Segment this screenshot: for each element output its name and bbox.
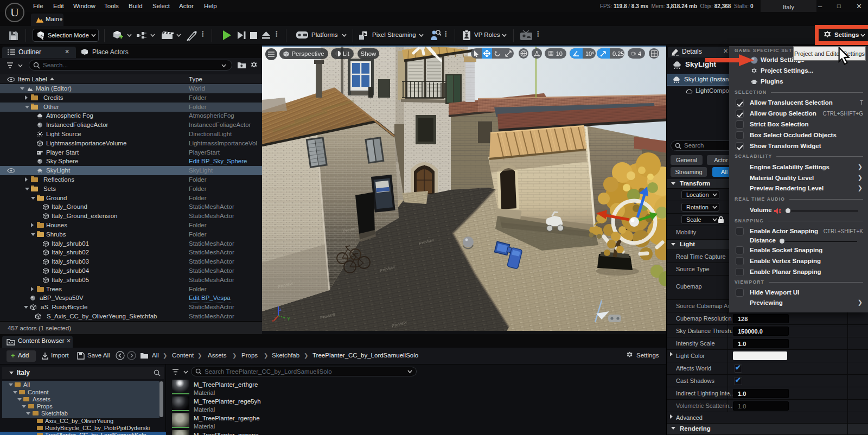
svg-text:z: z [279, 307, 282, 312]
svg-text:Y: Y [287, 316, 290, 322]
svg-text:x: x [272, 318, 274, 323]
